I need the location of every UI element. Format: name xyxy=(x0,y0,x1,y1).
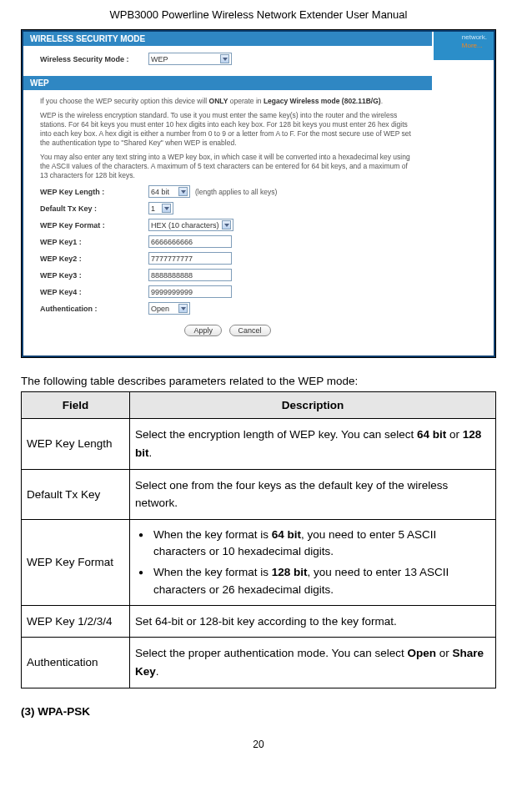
wep-key-length-select[interactable]: 64 bit xyxy=(148,185,190,198)
wep-panel-header: WEP xyxy=(23,76,432,90)
wep-key4-input[interactable]: 9999999999 xyxy=(148,285,232,298)
table-header-description: Description xyxy=(130,392,496,419)
wep-key-format-select[interactable]: HEX (10 characters) xyxy=(148,219,233,231)
desc-cell: Select the proper authentication mode. Y… xyxy=(130,638,496,688)
wep-key3-input[interactable]: 8888888888 xyxy=(148,269,232,281)
security-mode-label: Wireless Security Mode : xyxy=(40,55,148,63)
field-cell: WEP Key 1/2/3/4 xyxy=(22,605,130,638)
parameter-table: Field Description WEP Key Length Select … xyxy=(21,391,496,688)
wep-key2-input[interactable]: 7777777777 xyxy=(148,252,232,265)
list-item: When the key format is 64 bit, you need … xyxy=(135,527,490,561)
chevron-down-icon xyxy=(220,54,229,63)
default-tx-key-value: 1 xyxy=(151,204,155,213)
doc-header: WPB3000 Powerline Wireless Network Exten… xyxy=(8,8,509,21)
wep-key-length-hint: (length applies to all keys) xyxy=(195,188,277,196)
table-header-field: Field xyxy=(22,392,130,419)
wep-info-3: You may also enter any text string into … xyxy=(40,153,415,180)
authentication-select[interactable]: Open xyxy=(148,302,190,315)
field-cell: WEP Key Length xyxy=(22,419,130,469)
desc-cell: When the key format is 64 bit, you need … xyxy=(130,519,496,605)
table-row: WEP Key 1/2/3/4 Set 64-bit or 128-bit ke… xyxy=(22,605,496,638)
wep-info-1: If you choose the WEP security option th… xyxy=(40,97,415,106)
security-mode-panel: WIRELESS SECURITY MODE Wireless Security… xyxy=(23,32,432,356)
field-cell: Authentication xyxy=(22,638,130,688)
default-tx-key-select[interactable]: 1 xyxy=(148,202,173,214)
wep-key3-label: WEP Key3 : xyxy=(40,271,148,280)
security-mode-select[interactable]: WEP xyxy=(148,53,232,65)
wep-key2-label: WEP Key2 : xyxy=(40,255,148,263)
desc-cell: Set 64-bit or 128-bit key according to t… xyxy=(130,605,496,638)
wep-key-length-label: WEP Key Length : xyxy=(40,188,148,196)
table-row: Authentication Select the proper authent… xyxy=(22,638,496,688)
sidebar-more-link[interactable]: More... xyxy=(462,42,483,49)
wep-key-format-value: HEX (10 characters) xyxy=(151,221,219,229)
field-cell: Default Tx Key xyxy=(22,469,130,519)
table-row: WEP Key Length Select the encryption len… xyxy=(22,419,496,469)
cancel-button[interactable]: Cancel xyxy=(229,325,271,336)
apply-button[interactable]: Apply xyxy=(184,325,222,336)
sidebar-links: network. More... xyxy=(462,33,487,51)
wep-key-length-value: 64 bit xyxy=(151,188,169,196)
default-tx-key-label: Default Tx Key : xyxy=(40,204,148,213)
chevron-down-icon xyxy=(178,304,188,313)
page-number: 20 xyxy=(8,739,509,750)
authentication-value: Open xyxy=(151,305,169,313)
desc-cell: Select one from the four keys as the def… xyxy=(130,469,496,519)
chevron-down-icon xyxy=(222,220,231,229)
security-mode-value: WEP xyxy=(151,55,168,63)
section-heading: (3) WPA-PSK xyxy=(21,705,496,718)
table-row: WEP Key Format When the key format is 64… xyxy=(22,519,496,605)
chevron-down-icon xyxy=(178,187,188,196)
security-mode-header: WIRELESS SECURITY MODE xyxy=(23,32,432,46)
wep-info-2: WEP is the wireless encryption standard.… xyxy=(40,111,415,148)
wep-key1-input[interactable]: 6666666666 xyxy=(148,235,232,248)
intro-text: The following table describes parameters… xyxy=(21,375,496,387)
desc-cell: Select the encryption length of WEP key.… xyxy=(130,419,496,469)
wep-key-format-label: WEP Key Format : xyxy=(40,221,148,229)
sidebar-network-text: network. xyxy=(462,33,487,41)
wep-key4-label: WEP Key4 : xyxy=(40,288,148,296)
screenshot-container: network. More... WIRELESS SECURITY MODE … xyxy=(21,29,496,358)
field-cell: WEP Key Format xyxy=(22,519,130,605)
authentication-label: Authentication : xyxy=(40,305,148,313)
table-row: Default Tx Key Select one from the four … xyxy=(22,469,496,519)
wep-key1-label: WEP Key1 : xyxy=(40,238,148,246)
list-item: When the key format is 128 bit, you need… xyxy=(135,564,490,598)
chevron-down-icon xyxy=(162,204,171,213)
